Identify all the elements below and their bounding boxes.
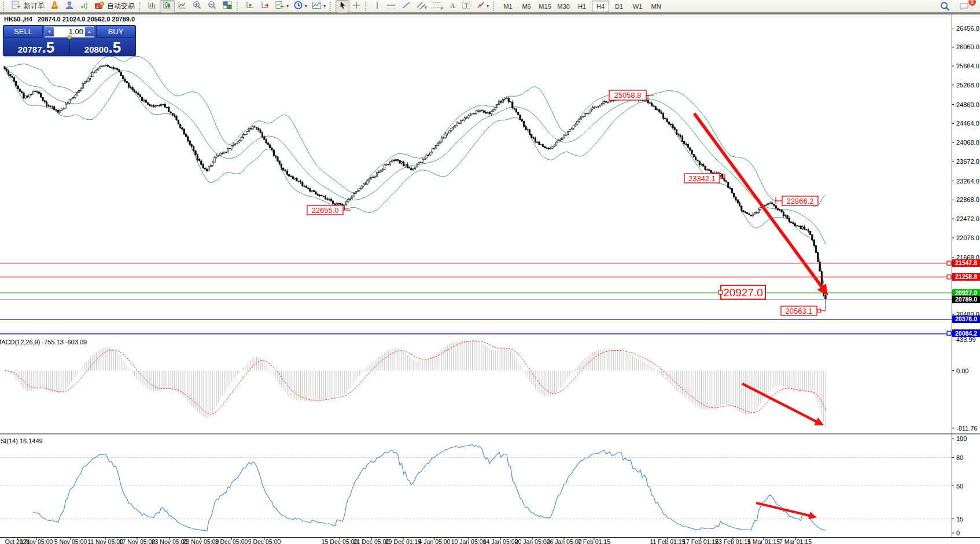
- text-label-tool[interactable]: T: [459, 0, 474, 13]
- step-end-button[interactable]: [257, 0, 272, 13]
- timeframe-m5[interactable]: M5: [518, 1, 535, 12]
- timeframe-h4[interactable]: H4: [592, 1, 609, 12]
- svg-text:7 Mar 01:15: 7 Mar 01:15: [779, 538, 812, 544]
- volume-decrease-button[interactable]: ▼: [45, 27, 54, 36]
- timeframe-m1[interactable]: M1: [499, 1, 517, 12]
- trendline-tool[interactable]: [399, 0, 414, 13]
- panel-divider: [69, 38, 70, 54]
- line-chart-icon: [177, 1, 187, 12]
- autotrade-label: 自动交易: [107, 1, 135, 11]
- svg-text:25664.0: 25664.0: [956, 63, 979, 69]
- new-order-icon: [11, 1, 21, 12]
- rsi-pane: 1008050150RSI(14) 16.1449: [0, 435, 967, 536]
- svg-text:11 Nov 05:00: 11 Nov 05:00: [87, 538, 123, 544]
- step-forward-button[interactable]: [242, 0, 257, 13]
- line-handle[interactable]: [947, 261, 951, 265]
- svg-text:5 Nov 05:00: 5 Nov 05:00: [54, 538, 87, 544]
- svg-text:7 Feb 01:15: 7 Feb 01:15: [578, 538, 610, 544]
- svg-text:23342.1: 23342.1: [688, 174, 716, 183]
- signal-icon: [79, 1, 90, 12]
- text-tool[interactable]: A: [446, 0, 459, 13]
- crosshair-tool-button[interactable]: [349, 0, 363, 13]
- horizontal-line-icon: [386, 1, 396, 12]
- line-chart-mode-button[interactable]: [175, 0, 190, 13]
- svg-text:T: T: [465, 2, 468, 8]
- signals-button[interactable]: [77, 0, 92, 13]
- vertical-line-icon: [373, 1, 381, 12]
- timeframe-w1[interactable]: W1: [629, 1, 646, 12]
- timeframe-m15[interactable]: M15: [536, 1, 554, 12]
- svg-text:0.00: 0.00: [956, 367, 968, 374]
- cursor-icon: [338, 1, 347, 12]
- toolbar-grip[interactable]: [3, 2, 6, 11]
- svg-text:433.99: 433.99: [956, 336, 976, 343]
- period-dropdown[interactable]: ▾: [291, 0, 310, 13]
- svg-text:24860.0: 24860.0: [956, 101, 979, 108]
- svg-text:20927.0: 20927.0: [723, 286, 763, 299]
- buy-price-dec: .5: [109, 42, 121, 54]
- search-button[interactable]: [937, 0, 953, 13]
- zoom-in-button[interactable]: [190, 0, 205, 13]
- seal-button[interactable]: [47, 0, 62, 13]
- sell-price-int: 20787: [18, 45, 42, 54]
- sell-price-dec: .5: [42, 42, 55, 54]
- time-axis[interactable]: Oct 20211 Nov 05:005 Nov 05:0011 Nov 05:…: [5, 538, 812, 544]
- svg-text:20563.1: 20563.1: [786, 307, 813, 315]
- svg-text:26 Jan 05:00: 26 Jan 05:00: [547, 538, 582, 544]
- step-forward-icon: [245, 1, 255, 12]
- toolbar-grip[interactable]: [493, 2, 496, 11]
- line-handle[interactable]: [947, 331, 951, 335]
- sell-button[interactable]: SELL: [3, 25, 43, 38]
- timeframe-mn[interactable]: MN: [647, 1, 665, 12]
- timeframe-d1[interactable]: D1: [610, 1, 628, 12]
- template-dropdown[interactable]: ▾: [310, 0, 328, 13]
- volume-increase-button[interactable]: ▲: [85, 27, 94, 36]
- svg-text:23672.0: 23672.0: [956, 158, 979, 165]
- cursor-tool-button[interactable]: [336, 0, 349, 13]
- svg-text:20 Jan 05:00: 20 Jan 05:00: [515, 538, 550, 544]
- fibonacci-tool[interactable]: F: [430, 0, 446, 13]
- timeframe-h1[interactable]: H1: [573, 1, 591, 12]
- new-chart-icon: [275, 1, 285, 12]
- svg-text:100: 100: [956, 435, 967, 442]
- bar-chart-mode-button[interactable]: [145, 0, 160, 13]
- svg-text:29 Nov 05:00: 29 Nov 05:00: [183, 538, 219, 544]
- new-order-button[interactable]: 新订单: [9, 0, 47, 13]
- zoom-in-icon: [192, 1, 202, 12]
- line-handle[interactable]: [947, 275, 951, 279]
- svg-text:23264.0: 23264.0: [956, 178, 979, 185]
- chevron-down-icon: ▾: [487, 3, 489, 9]
- new-chart-dropdown[interactable]: ▾: [272, 0, 291, 13]
- chevron-down-icon: ▾: [323, 3, 326, 9]
- profile-user-button[interactable]: [62, 0, 77, 13]
- tile-windows-icon: [222, 1, 233, 12]
- toolbar-grip[interactable]: [139, 2, 142, 11]
- toolbar-grip[interactable]: [365, 2, 369, 11]
- tile-windows-button[interactable]: [220, 0, 235, 13]
- equidistant-channel-tool[interactable]: E: [414, 0, 430, 13]
- seal-icon: [49, 1, 60, 12]
- toolbar-grip[interactable]: [237, 2, 240, 11]
- svg-text:21258.8: 21258.8: [955, 273, 977, 280]
- zoom-out-button[interactable]: [205, 0, 220, 13]
- toolbar-grip[interactable]: [330, 2, 333, 11]
- svg-text:26456.0: 26456.0: [956, 25, 979, 32]
- sell-price[interactable]: 20787.5: [3, 38, 69, 55]
- horizontal-line-tool[interactable]: [384, 0, 399, 13]
- chart-canvas[interactable]: 26456.026060.025664.025268.024860.024464…: [0, 0, 980, 544]
- buy-price[interactable]: 20800.5: [69, 38, 136, 55]
- svg-text:29 Dec 01:15: 29 Dec 01:15: [385, 538, 422, 544]
- channel-icon: E: [416, 1, 428, 12]
- level-lines[interactable]: [0, 261, 952, 335]
- arrows-dropdown[interactable]: ▾: [474, 0, 491, 13]
- buy-button[interactable]: BUY: [96, 25, 135, 38]
- autotrade-button[interactable]: 自动交易: [92, 0, 137, 13]
- svg-text:4 Jan 05:00: 4 Jan 05:00: [419, 538, 451, 544]
- candlestick-mode-button[interactable]: [160, 0, 175, 13]
- price-annotations[interactable]: 25058.823342.122866.222655.020927.020563…: [307, 90, 826, 315]
- timeframe-m30[interactable]: M30: [555, 1, 572, 12]
- vertical-line-tool[interactable]: [371, 0, 384, 13]
- notifications-button[interactable]: 1: [957, 0, 973, 13]
- chevron-down-icon: ▾: [286, 3, 289, 9]
- rsi-label: RSI(14) 16.1449: [0, 438, 43, 444]
